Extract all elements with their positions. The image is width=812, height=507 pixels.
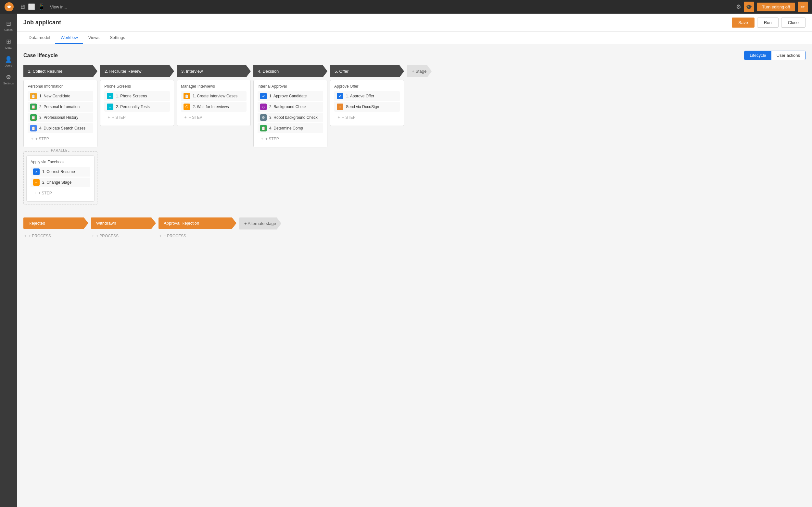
step-create-interview-cases[interactable]: 📋 1. Create Interview Cases bbox=[181, 91, 247, 101]
alt-stage-header-withdrawn[interactable]: Withdrawn bbox=[91, 218, 156, 229]
section-internal-approval: Internal Approval bbox=[258, 84, 323, 89]
process-card-collect-resume: Personal Information 📋 1. New Candidate … bbox=[23, 80, 97, 147]
alt-stages-area: Rejected ＋ + PROCESS Withdrawn ＋ + PROCE… bbox=[23, 212, 806, 240]
process-card-interview: Manager Interviews 📋 1. Create Interview… bbox=[177, 80, 251, 126]
step-label-correct-resume: 1. Correct Resume bbox=[42, 169, 75, 174]
parallel-card: Apply via Facebook ✔ 1. Correct Resume →… bbox=[26, 156, 95, 202]
stage-header-collect-resume[interactable]: 1. Collect Resume bbox=[23, 65, 97, 77]
tab-workflow[interactable]: Workflow bbox=[55, 32, 83, 44]
save-button[interactable]: Save bbox=[732, 17, 755, 27]
plus-icon-rr: ＋ bbox=[107, 115, 111, 120]
step-label-create-interview: 1. Create Interview Cases bbox=[193, 94, 238, 98]
step-personality-tests[interactable]: ↔ 2. Personality Tests bbox=[104, 102, 170, 112]
add-process-rejected[interactable]: ＋ + PROCESS bbox=[23, 231, 88, 240]
logo bbox=[4, 2, 14, 12]
process-card-recruiter-review: Phone Screens ↔ 1. Phone Screens ↔ 2. Pe… bbox=[100, 80, 174, 126]
add-step-interview[interactable]: ＋ + STEP bbox=[181, 113, 247, 122]
step-new-candidate[interactable]: 📋 1. New Candidate bbox=[28, 91, 93, 101]
turn-editing-off-button[interactable]: Turn editing off bbox=[757, 3, 795, 11]
run-button[interactable]: Run bbox=[757, 17, 778, 27]
desktop-icon[interactable]: 🖥 bbox=[19, 4, 26, 10]
user-actions-button[interactable]: User actions bbox=[771, 51, 805, 60]
step-label-phone-screens: 1. Phone Screens bbox=[116, 94, 147, 98]
step-label-approve-candidate: 1. Approve Candidate bbox=[269, 94, 307, 98]
step-approve-offer[interactable]: ✔ 1. Approve Offer bbox=[334, 91, 400, 101]
add-step-label: + STEP bbox=[36, 137, 49, 141]
lifecycle-toggle: Lifecycle User actions bbox=[744, 51, 806, 60]
step-icon-determine-comp: 📋 bbox=[260, 125, 267, 131]
add-step-collect-resume[interactable]: ＋ + STEP bbox=[28, 134, 93, 143]
add-step-label-parallel: + STEP bbox=[38, 191, 52, 195]
step-send-docusign[interactable]: ↔ Send via DocuSign bbox=[334, 102, 400, 112]
stage-col-decision: 4. Decision Internal Approval ✔ 1. Appro… bbox=[253, 65, 327, 147]
add-step-label-rr: + STEP bbox=[112, 115, 126, 120]
step-label-personal-info: 2. Personal Infromation bbox=[39, 105, 80, 109]
step-label-docusign: Send via DocuSign bbox=[346, 105, 379, 109]
stage-header-decision[interactable]: 4. Decision bbox=[253, 65, 327, 77]
plus-icon-dec: ＋ bbox=[260, 136, 264, 142]
page-header: Job applicant Save Run Close bbox=[17, 14, 812, 32]
step-label-new-candidate: 1. New Candidate bbox=[39, 94, 70, 98]
stage-col-interview: 3. Interview Manager Interviews 📋 1. Cre… bbox=[177, 65, 251, 126]
add-process-label-rejected: + PROCESS bbox=[29, 234, 51, 238]
step-icon-personal-info: 📋 bbox=[30, 104, 37, 110]
device-switcher[interactable]: 🖥 ⬜ 📱 bbox=[19, 3, 45, 10]
step-correct-resume[interactable]: ✔ 1. Correct Resume bbox=[31, 167, 90, 177]
step-label-robot-check: 3. Robot background Check bbox=[269, 115, 318, 120]
step-change-stage[interactable]: → 2. Change Stage bbox=[31, 177, 90, 187]
add-step-recruiter-review[interactable]: ＋ + STEP bbox=[104, 113, 170, 122]
add-alt-stage-button[interactable]: + Alternate stage bbox=[239, 218, 281, 229]
view-in-dropdown[interactable]: View in... bbox=[50, 5, 67, 9]
stage-header-recruiter-review[interactable]: 2. Recruiter Review bbox=[100, 65, 174, 77]
step-robot-background-check[interactable]: ⚙ 3. Robot background Check bbox=[258, 113, 323, 122]
gear-icon[interactable]: ⚙ bbox=[736, 3, 741, 10]
sidebar-item-settings[interactable]: ⚙ Settings bbox=[0, 71, 17, 88]
sidebar-item-cases[interactable]: ⊟ Cases bbox=[0, 17, 17, 34]
sidebar-label-cases: Cases bbox=[4, 28, 13, 32]
step-duplicate-search[interactable]: 📋 4. Duplicate Search Cases bbox=[28, 123, 93, 133]
close-button[interactable]: Close bbox=[781, 17, 806, 27]
add-step-decision[interactable]: ＋ + STEP bbox=[258, 134, 323, 143]
data-icon: ⊞ bbox=[6, 38, 11, 45]
tab-data-model[interactable]: Data model bbox=[23, 32, 55, 44]
plus-icon-int: ＋ bbox=[184, 115, 188, 120]
add-process-approval-rejection[interactable]: ＋ + PROCESS bbox=[158, 231, 237, 240]
add-step-offer[interactable]: ＋ + STEP bbox=[334, 113, 400, 122]
step-icon-change-stage: → bbox=[33, 179, 40, 186]
step-icon-robot-check: ⚙ bbox=[260, 114, 267, 121]
add-stage-button[interactable]: + Stage bbox=[407, 65, 432, 77]
add-process-withdrawn[interactable]: ＋ + PROCESS bbox=[91, 231, 156, 240]
add-process-label-withdrawn: + PROCESS bbox=[96, 234, 118, 238]
settings-icon: ⚙ bbox=[6, 74, 11, 81]
add-step-parallel[interactable]: ＋ + STEP bbox=[31, 188, 90, 198]
lifecycle-button[interactable]: Lifecycle bbox=[745, 51, 771, 60]
step-background-check[interactable]: ◇ 2. Background Check bbox=[258, 102, 323, 112]
sidebar-item-users[interactable]: 👤 Users bbox=[0, 53, 17, 70]
alt-stage-header-rejected[interactable]: Rejected bbox=[23, 218, 88, 229]
step-determine-comp[interactable]: 📋 4. Determine Comp bbox=[258, 123, 323, 133]
mobile-icon[interactable]: 📱 bbox=[38, 3, 45, 10]
tab-settings[interactable]: Settings bbox=[105, 32, 130, 44]
add-process-label-approval-rejection: + PROCESS bbox=[164, 234, 186, 238]
step-approve-candidate[interactable]: ✔ 1. Approve Candidate bbox=[258, 91, 323, 101]
step-phone-screens[interactable]: ↔ 1. Phone Screens bbox=[104, 91, 170, 101]
stage-header-interview[interactable]: 3. Interview bbox=[177, 65, 251, 77]
pencil-button[interactable]: ✏ bbox=[798, 2, 808, 12]
alt-col-withdrawn: Withdrawn ＋ + PROCESS bbox=[91, 218, 156, 240]
process-card-decision: Internal Approval ✔ 1. Approve Candidate… bbox=[253, 80, 327, 147]
stage-header-offer[interactable]: 5. Offer bbox=[330, 65, 404, 77]
stage-col-recruiter-review: 2. Recruiter Review Phone Screens ↔ 1. P… bbox=[100, 65, 174, 126]
step-personal-info[interactable]: 📋 2. Personal Infromation bbox=[28, 102, 93, 112]
step-icon-wait-interviews: ⏱ bbox=[184, 104, 190, 110]
step-icon-duplicate-search: 📋 bbox=[30, 125, 37, 131]
alt-stage-header-approval-rejection[interactable]: Approval Rejection bbox=[158, 218, 237, 229]
step-icon-personality-tests: ↔ bbox=[107, 104, 113, 110]
learning-icon[interactable]: 🎓 bbox=[744, 2, 754, 12]
process-card-offer: Approve Offer ✔ 1. Approve Offer ↔ Send … bbox=[330, 80, 404, 126]
step-wait-for-interviews[interactable]: ⏱ 2. Wait for Interviews bbox=[181, 102, 247, 112]
sidebar-item-data[interactable]: ⊞ Data bbox=[0, 36, 17, 52]
tab-views[interactable]: Views bbox=[83, 32, 105, 44]
step-label-wait-interviews: 2. Wait for Interviews bbox=[193, 105, 229, 109]
step-professional-history[interactable]: 📋 3. Professional History bbox=[28, 113, 93, 122]
tablet-icon[interactable]: ⬜ bbox=[28, 3, 35, 10]
